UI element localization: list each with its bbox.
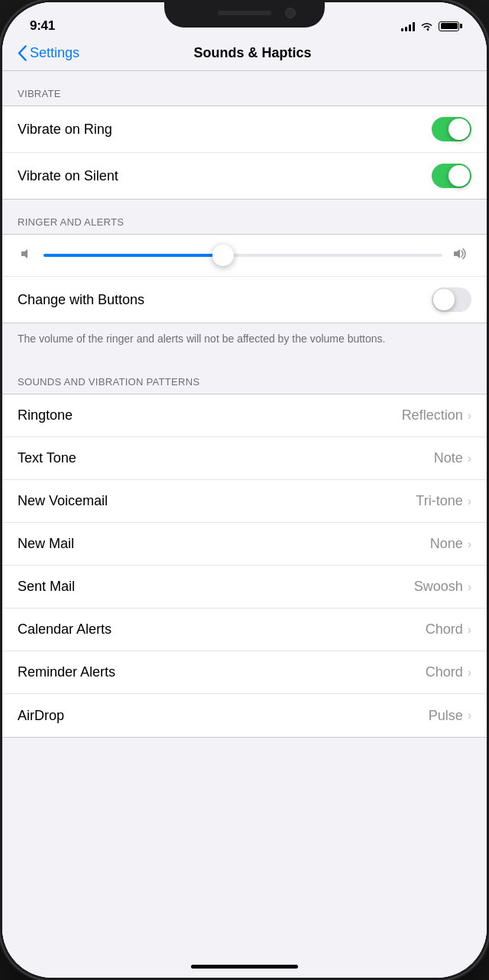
sounds-section-header: SOUNDS AND VIBRATION PATTERNS — [2, 359, 487, 394]
back-label: Settings — [30, 45, 79, 61]
new-mail-chevron-icon: › — [468, 537, 471, 551]
vibrate-on-silent-toggle[interactable] — [432, 164, 471, 188]
reminder-alerts-label: Reminder Alerts — [18, 664, 115, 680]
vibrate-on-silent-label: Vibrate on Silent — [18, 168, 118, 184]
toggle-thumb — [449, 118, 470, 140]
text-tone-value: Note — [434, 450, 463, 466]
airdrop-label: AirDrop — [18, 708, 64, 724]
page-title: Sounds & Haptics — [79, 45, 426, 61]
airdrop-right: Pulse › — [429, 708, 471, 724]
text-tone-row[interactable]: Text Tone Note › — [2, 437, 487, 480]
new-voicemail-row[interactable]: New Voicemail Tri-tone › — [2, 480, 487, 523]
new-mail-label: New Mail — [18, 536, 74, 552]
phone-frame: 9:41 — [0, 0, 489, 980]
battery-icon — [439, 21, 459, 31]
reminder-alerts-right: Chord › — [426, 664, 471, 680]
text-tone-chevron-icon: › — [468, 452, 471, 466]
calendar-alerts-label: Calendar Alerts — [18, 621, 112, 638]
new-mail-value: None — [430, 536, 463, 552]
back-chevron-icon — [18, 45, 27, 61]
svg-marker-0 — [21, 249, 28, 258]
sounds-group: Ringtone Reflection › Text Tone Note › — [2, 394, 487, 738]
volume-high-icon — [452, 245, 471, 265]
text-tone-right: Note › — [434, 450, 471, 466]
new-voicemail-label: New Voicemail — [18, 493, 108, 509]
reminder-alerts-chevron-icon: › — [468, 666, 471, 680]
airdrop-value: Pulse — [429, 708, 463, 724]
wifi-icon — [420, 21, 433, 31]
vibrate-on-ring-toggle[interactable] — [432, 117, 471, 141]
notch — [164, 0, 325, 28]
text-tone-label: Text Tone — [18, 450, 76, 466]
vibrate-on-ring-row: Vibrate on Ring — [2, 106, 487, 153]
reminder-alerts-value: Chord — [426, 664, 463, 680]
sent-mail-row[interactable]: Sent Mail Swoosh › — [2, 566, 487, 608]
volume-slider-track[interactable] — [44, 254, 442, 257]
reminder-alerts-row[interactable]: Reminder Alerts Chord › — [2, 651, 487, 694]
new-mail-row[interactable]: New Mail None › — [2, 523, 487, 566]
sent-mail-label: Sent Mail — [18, 579, 75, 595]
change-with-buttons-toggle[interactable] — [432, 287, 471, 312]
volume-slider-row[interactable] — [2, 235, 487, 277]
back-button[interactable]: Settings — [18, 45, 79, 61]
change-with-buttons-row: Change with Buttons — [2, 277, 487, 323]
notch-camera — [285, 8, 296, 18]
toggle-thumb — [433, 289, 455, 310]
status-icons — [401, 21, 459, 31]
signal-bar-4 — [413, 22, 415, 31]
calendar-alerts-right: Chord › — [426, 621, 471, 638]
new-mail-right: None › — [430, 536, 471, 552]
sent-mail-chevron-icon: › — [468, 580, 471, 594]
home-indicator[interactable] — [191, 965, 298, 969]
toggle-thumb — [449, 165, 470, 187]
sent-mail-right: Swoosh › — [414, 579, 471, 595]
calendar-alerts-value: Chord — [426, 621, 463, 638]
signal-bar-3 — [409, 24, 411, 31]
screen: 9:41 — [2, 2, 487, 978]
signal-bar-2 — [405, 27, 407, 31]
change-with-buttons-label: Change with Buttons — [18, 292, 144, 308]
ringer-section-header: RINGER AND ALERTS — [2, 200, 487, 234]
notch-speaker — [218, 11, 271, 15]
signal-bars-icon — [401, 21, 415, 31]
vibrate-on-ring-label: Vibrate on Ring — [18, 122, 112, 138]
volume-slider-thumb[interactable] — [212, 245, 234, 266]
airdrop-row[interactable]: AirDrop Pulse › — [2, 694, 487, 737]
airdrop-chevron-icon: › — [468, 709, 471, 722]
signal-bar-1 — [401, 28, 403, 31]
new-voicemail-value: Tri-tone — [416, 493, 462, 509]
ringer-group: Change with Buttons — [2, 234, 487, 323]
status-time: 9:41 — [30, 18, 55, 34]
vibrate-group: Vibrate on Ring Vibrate on Silent — [2, 105, 487, 200]
vibrate-on-silent-row: Vibrate on Silent — [2, 153, 487, 199]
sent-mail-value: Swoosh — [414, 579, 463, 595]
new-voicemail-right: Tri-tone › — [416, 493, 471, 509]
new-voicemail-chevron-icon: › — [468, 495, 471, 508]
ringer-footer-note: The volume of the ringer and alerts will… — [2, 323, 487, 359]
volume-slider-fill — [44, 254, 223, 257]
ringtone-chevron-icon: › — [468, 409, 471, 423]
calendar-alerts-row[interactable]: Calendar Alerts Chord › — [2, 608, 487, 651]
nav-bar: Settings Sounds & Haptics — [2, 39, 487, 71]
ringtone-value: Reflection — [402, 407, 463, 423]
ringtone-row[interactable]: Ringtone Reflection › — [2, 394, 487, 437]
volume-low-icon — [18, 247, 34, 264]
svg-marker-1 — [454, 249, 460, 258]
ringtone-right: Reflection › — [402, 407, 471, 423]
ringtone-label: Ringtone — [18, 407, 73, 423]
vibrate-section-header: VIBRATE — [2, 71, 487, 105]
settings-content: VIBRATE Vibrate on Ring Vibrate on Silen… — [2, 71, 487, 964]
calendar-alerts-chevron-icon: › — [468, 623, 471, 637]
